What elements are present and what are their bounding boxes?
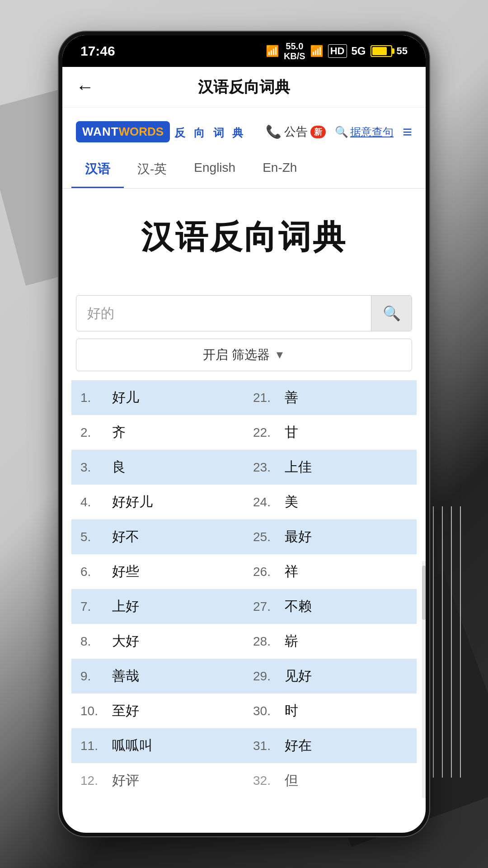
- list-item[interactable]: 4. 好好儿: [71, 485, 244, 519]
- search-button[interactable]: 🔍: [371, 296, 412, 331]
- result-word: 上好: [112, 597, 139, 616]
- announcement-label: 公告: [284, 124, 308, 140]
- result-number: 21.: [253, 391, 285, 405]
- status-icons: 📶 55.0 KB/S 📶 HD 5G 55: [266, 41, 408, 61]
- result-word: 甘: [285, 423, 298, 442]
- list-item[interactable]: 29. 见好: [244, 659, 417, 693]
- result-word: 好儿: [112, 388, 139, 407]
- list-item[interactable]: 25. 最好: [244, 519, 417, 554]
- scroll-thumb[interactable]: [422, 566, 426, 620]
- list-item[interactable]: 3. 良: [71, 450, 244, 485]
- filter-button[interactable]: 开启 筛选器 ▼: [76, 339, 412, 371]
- status-bar: 17:46 📶 55.0 KB/S 📶 HD 5G 55: [62, 35, 426, 67]
- scroll-track: [422, 561, 426, 798]
- result-word: 好评: [112, 771, 139, 790]
- result-word: 呱呱叫: [112, 736, 153, 755]
- page-title: 汉语反向词典: [198, 77, 290, 98]
- result-number: 10.: [80, 704, 112, 718]
- list-item[interactable]: 28. 崭: [244, 624, 417, 659]
- result-number: 7.: [80, 599, 112, 614]
- result-word: 好不: [112, 528, 139, 546]
- result-number: 4.: [80, 495, 112, 509]
- tab-en-zh[interactable]: En-Zh: [249, 151, 310, 188]
- logo-words: WORDS: [119, 125, 164, 139]
- tabs-row: 汉语 汉-英 English En-Zh: [62, 151, 426, 189]
- search-icon: 🔍: [383, 305, 401, 322]
- list-item[interactable]: 8. 大好: [71, 624, 244, 659]
- status-time: 17:46: [80, 43, 115, 59]
- results-area: 1. 好儿 21. 善 2. 齐 22. 甘 3.: [62, 380, 426, 798]
- result-number: 2.: [80, 425, 112, 440]
- result-word: 好些: [112, 562, 139, 581]
- result-word: 好好儿: [112, 493, 153, 511]
- result-word: 最好: [285, 528, 312, 546]
- list-item[interactable]: 5. 好不: [71, 519, 244, 554]
- filter-label: 开启 筛选器: [203, 346, 270, 363]
- search-small-icon: 🔍: [335, 126, 348, 138]
- tab-english[interactable]: English: [180, 151, 249, 188]
- semantic-search-label: 据意查句: [350, 125, 394, 139]
- result-number: 8.: [80, 634, 112, 649]
- menu-button[interactable]: ≡: [403, 123, 412, 142]
- search-input[interactable]: [76, 306, 371, 321]
- result-word: 但: [285, 771, 298, 790]
- result-number: 27.: [253, 599, 285, 614]
- bluetooth-icon: 📶: [266, 45, 279, 57]
- tab-han-ying[interactable]: 汉-英: [124, 151, 180, 188]
- back-button[interactable]: ←: [76, 77, 94, 97]
- results-grid: 1. 好儿 21. 善 2. 齐 22. 甘 3.: [71, 380, 417, 798]
- result-number: 30.: [253, 704, 285, 718]
- result-word: 不赖: [285, 597, 312, 616]
- main-title: 汉语反向词典: [71, 216, 417, 259]
- semantic-search-button[interactable]: 🔍 据意查句: [335, 125, 394, 139]
- result-number: 22.: [253, 425, 285, 440]
- list-item[interactable]: 21. 善: [244, 380, 417, 415]
- logo-subtitle: 反 向 词 典: [174, 126, 246, 140]
- list-item[interactable]: 23. 上佳: [244, 450, 417, 485]
- list-item[interactable]: 6. 好些: [71, 554, 244, 589]
- list-item[interactable]: 24. 美: [244, 485, 417, 519]
- filter-icon: ▼: [274, 349, 285, 361]
- announcement-badge: 新: [310, 126, 326, 138]
- list-item[interactable]: 7. 上好: [71, 589, 244, 624]
- battery-fill: [372, 47, 387, 55]
- list-item[interactable]: 31. 好在: [244, 728, 417, 763]
- list-item[interactable]: 2. 齐: [71, 415, 244, 450]
- search-area: 🔍 开启 筛选器 ▼: [62, 295, 426, 380]
- list-item[interactable]: 11. 呱呱叫: [71, 728, 244, 763]
- result-word: 齐: [112, 423, 126, 442]
- result-number: 23.: [253, 460, 285, 475]
- app-content: WANTWORDS 反 向 词 典 📞 公告 新 🔍 据意查句: [62, 108, 426, 798]
- battery-tip: [392, 48, 394, 54]
- list-item[interactable]: 1. 好儿: [71, 380, 244, 415]
- phone-icon: 📞: [266, 124, 282, 139]
- bluetooth-speed: 55.0 KB/S: [284, 41, 305, 61]
- result-word: 崭: [285, 632, 298, 651]
- list-item[interactable]: 12. 好评: [71, 763, 244, 798]
- result-number: 26.: [253, 565, 285, 579]
- announcement-button[interactable]: 📞 公告 新: [266, 124, 326, 140]
- list-item[interactable]: 26. 祥: [244, 554, 417, 589]
- list-item[interactable]: 10. 至好: [71, 693, 244, 728]
- tab-hanyu[interactable]: 汉语: [71, 151, 124, 188]
- result-number: 24.: [253, 495, 285, 509]
- logo-text-group: 反 向 词 典: [174, 124, 246, 140]
- list-item[interactable]: 9. 善哉: [71, 659, 244, 693]
- semantic-search-area: 🔍 据意查句: [335, 125, 394, 139]
- logo-area: WANTWORDS 反 向 词 典 📞 公告 新 🔍 据意查句: [62, 108, 426, 151]
- main-title-area: 汉语反向词典: [62, 189, 426, 295]
- result-number: 6.: [80, 565, 112, 579]
- result-word: 大好: [112, 632, 139, 651]
- list-item[interactable]: 27. 不赖: [244, 589, 417, 624]
- hd-label: HD: [328, 44, 347, 58]
- result-number: 5.: [80, 530, 112, 544]
- result-word: 上佳: [285, 458, 312, 476]
- list-item[interactable]: 30. 时: [244, 693, 417, 728]
- result-number: 11.: [80, 739, 112, 753]
- result-word: 祥: [285, 562, 298, 581]
- search-box: 🔍: [76, 295, 412, 331]
- result-number: 3.: [80, 460, 112, 475]
- list-item[interactable]: 32. 但: [244, 763, 417, 798]
- battery-level: 55: [397, 45, 408, 57]
- list-item[interactable]: 22. 甘: [244, 415, 417, 450]
